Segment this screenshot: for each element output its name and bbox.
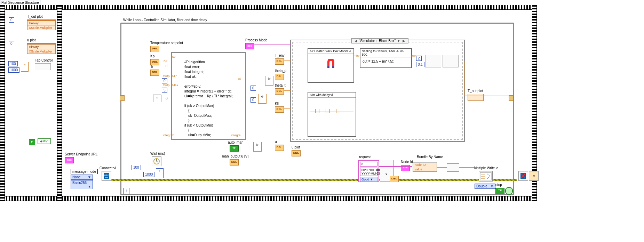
prop-xscale[interactable]: XScale.Multiplier xyxy=(27,25,55,30)
pi-const-0[interactable]: 0 xyxy=(162,78,167,83)
wire-bb-to-scale xyxy=(353,56,360,56)
build-array-req[interactable] xyxy=(447,163,459,172)
wait-1000[interactable]: 1000 xyxy=(143,172,154,177)
select-node[interactable]: ▷ xyxy=(253,142,262,152)
multi-write-icon[interactable] xyxy=(479,171,493,182)
wait-100[interactable]: 100 xyxy=(132,165,141,170)
t-env-term[interactable]: DBL xyxy=(275,58,284,65)
wire-tenv xyxy=(284,60,291,61)
coerce-0b[interactable]: 0 xyxy=(251,97,256,103)
u-plot-term[interactable]: DBL xyxy=(292,150,301,156)
kh-term[interactable]: DBL xyxy=(275,106,284,113)
coerce-node[interactable]: ▷ xyxy=(265,76,273,86)
wire-bundle-to-array xyxy=(437,167,447,168)
connect-vi-label: Connect.vi xyxy=(100,166,116,170)
scaling-title: Scaling to Celsius, 1-5V -> 20-50C xyxy=(360,49,411,57)
case-next-icon[interactable]: ▶ xyxy=(402,39,406,43)
divide-wait[interactable]: ÷ xyxy=(156,168,164,178)
divide-node[interactable]: ÷ xyxy=(21,62,29,72)
msg-mode-none[interactable]: None▼ xyxy=(71,175,93,180)
msg-mode-basic[interactable]: Basic256▼ xyxy=(71,180,93,189)
v-label: v xyxy=(385,172,387,176)
svg-text:OPC: OPC xyxy=(104,174,109,176)
const-0-a[interactable]: 0 xyxy=(9,17,14,23)
v-term[interactable]: DBL xyxy=(390,176,399,182)
man-output-label: man_output u [V] xyxy=(222,154,248,158)
tunnel-sp: sp xyxy=(172,55,176,58)
const-0-b[interactable]: 0 xyxy=(9,41,14,46)
filter-node[interactable] xyxy=(425,55,441,67)
connect-vi-icon[interactable]: OPC xyxy=(102,171,111,181)
merge-node[interactable] xyxy=(443,55,459,67)
req-idx[interactable]: 0 xyxy=(360,162,377,167)
build-arr-01[interactable]: 0.1 xyxy=(416,62,424,67)
coerce-0a[interactable]: 0 xyxy=(251,86,256,91)
wait-ms-icon[interactable] xyxy=(152,156,161,166)
const-100[interactable]: 100 xyxy=(8,61,18,66)
shiftreg-right[interactable] xyxy=(509,95,514,101)
u-plot-label: u plot xyxy=(27,38,35,42)
t-out-plot-propnode[interactable]: History XScale.Multiplier xyxy=(27,19,56,30)
t-out-plot-label: T_out plot xyxy=(27,15,42,18)
svg-rect-1 xyxy=(332,66,334,68)
wire-thetat xyxy=(284,90,291,91)
server-url-term[interactable]: abc xyxy=(65,157,74,163)
prop-history[interactable]: History xyxy=(27,21,55,25)
case-prev-icon[interactable]: ◀ xyxy=(354,39,358,43)
pi-const-5[interactable]: 5 xyxy=(162,88,167,93)
t-out-plot-right-label: T_out plot xyxy=(468,89,483,93)
feedback-node[interactable]: ↺ xyxy=(258,94,267,104)
theta-t-term[interactable]: DBL xyxy=(275,88,284,95)
pi-formula-code: //PI algorithm float error; float integr… xyxy=(184,60,232,138)
loop-condition[interactable] xyxy=(505,187,513,195)
stop-term[interactable]: TF xyxy=(495,188,504,194)
theta-d-term[interactable]: DBL xyxy=(275,74,284,80)
loop-iteration-i: i xyxy=(123,188,129,194)
process-mode-term[interactable]: abc xyxy=(245,43,254,49)
tunnel-dt: dt xyxy=(166,97,168,100)
u-plot-propnode[interactable]: History XScale.Multiplier xyxy=(27,43,56,54)
tab-control-terminal[interactable] xyxy=(35,63,51,70)
req-time[interactable]: 00:00:00.000 YYYY-MM-DD xyxy=(360,168,377,176)
man-output-term[interactable]: DBL xyxy=(230,159,239,166)
wire-to-shiftreg xyxy=(464,96,509,96)
sim-delay-subvi[interactable]: Sim with delay.vi xyxy=(308,92,356,137)
magnet-icon xyxy=(326,59,336,69)
false-const[interactable]: F xyxy=(29,139,35,145)
error-out-icon[interactable]: ?! xyxy=(529,171,539,181)
home-local[interactable]: ⌂ xyxy=(153,95,161,102)
error-wire xyxy=(111,179,517,181)
case-selector[interactable]: ◀ "Simulator + Black Box" ▼ ▶ xyxy=(351,38,408,43)
u-ind-label: u xyxy=(275,140,277,144)
bundle-by-name[interactable]: node ID value xyxy=(413,162,437,172)
build-arr-2[interactable]: 2 xyxy=(416,56,422,61)
tunnel-ti: Ti xyxy=(165,64,167,67)
tunnel-outmin: OutputMin xyxy=(163,74,177,78)
const-1000[interactable]: 1000 xyxy=(8,67,19,73)
auto-man-term[interactable]: TF xyxy=(230,145,239,152)
theta-d-label: theta_d xyxy=(275,69,286,73)
double-selector[interactable]: Double▼ xyxy=(475,184,495,189)
opc-close-icon[interactable] xyxy=(518,171,528,181)
ti-term[interactable]: DBL xyxy=(150,70,159,76)
prop-history-2[interactable]: History xyxy=(27,45,55,49)
bundle-value[interactable]: value xyxy=(413,167,437,171)
ti-label: Ti xyxy=(150,65,153,68)
tunnel-integral: integral xyxy=(231,134,241,137)
air-heater-subvi[interactable]: Air Heater Black Box Model.vi xyxy=(308,48,354,83)
req-status[interactable]: Good ▼ xyxy=(360,177,377,182)
t-out-plot-indicator[interactable] xyxy=(468,94,484,101)
tunnel-outmax: OutputMax xyxy=(163,83,178,87)
prop-xscale-2[interactable]: XScale.Multiplier xyxy=(27,49,55,54)
scaling-formula[interactable]: Scaling to Celsius, 1-5V -> 20-50C out =… xyxy=(360,48,412,68)
bundle-nodeid[interactable]: node ID xyxy=(413,162,437,167)
case-dropdown-icon[interactable]: ▼ xyxy=(397,39,401,43)
case-selector-text: "Simulator + Black Box" xyxy=(359,39,396,43)
u-ind-term[interactable]: DBL xyxy=(275,145,284,151)
request-cluster[interactable]: 0 00:00:00.000 YYYY-MM-DD Good ▼ xyxy=(358,160,379,182)
stop-local-var[interactable]: ◆stop xyxy=(38,138,51,144)
node-id-term[interactable]: abc xyxy=(401,165,410,171)
flat-seq-left xyxy=(0,5,5,201)
wire-mode-loop xyxy=(124,33,507,33)
temp-setpoint-term[interactable]: DBL xyxy=(150,46,159,52)
